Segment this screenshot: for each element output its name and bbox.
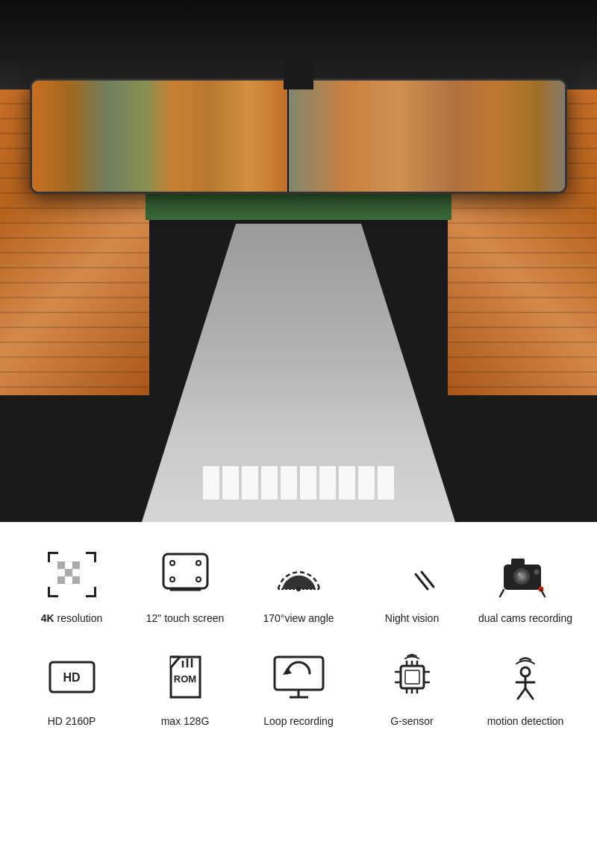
mirror-right-camera-feed bbox=[289, 81, 565, 192]
feature-view-angle: 170°view angle bbox=[246, 544, 351, 625]
svg-rect-21 bbox=[217, 119, 236, 145]
feature-storage-label: max 128G bbox=[161, 714, 210, 728]
svg-rect-96 bbox=[511, 559, 525, 566]
svg-rect-5 bbox=[68, 92, 77, 100]
svg-point-46 bbox=[344, 108, 388, 140]
svg-rect-73 bbox=[65, 562, 72, 569]
svg-rect-43 bbox=[510, 107, 520, 115]
svg-line-130 bbox=[525, 688, 533, 699]
svg-rect-50 bbox=[425, 157, 428, 166]
svg-rect-114 bbox=[405, 670, 419, 684]
loop-icon bbox=[269, 647, 328, 707]
svg-rect-27 bbox=[289, 85, 355, 192]
svg-rect-45 bbox=[539, 107, 549, 115]
svg-rect-40 bbox=[510, 94, 520, 102]
svg-point-99 bbox=[534, 570, 539, 574]
nightvision-icon bbox=[382, 544, 442, 604]
svg-rect-10 bbox=[53, 117, 62, 125]
svg-rect-77 bbox=[72, 569, 80, 576]
svg-rect-41 bbox=[525, 94, 535, 102]
feature-loop-label: Loop recording bbox=[263, 714, 333, 728]
svg-rect-51 bbox=[425, 144, 428, 151]
svg-point-85 bbox=[170, 577, 175, 582]
svg-rect-67 bbox=[94, 552, 96, 562]
svg-rect-11 bbox=[231, 90, 287, 192]
features-row-1: 4K resolution 12" touch screen bbox=[15, 544, 582, 625]
feature-storage: ROM max 128G bbox=[133, 647, 237, 728]
svg-rect-54 bbox=[366, 157, 394, 175]
feature-gsensor-label: G-sensor bbox=[390, 714, 434, 728]
svg-rect-63 bbox=[504, 161, 507, 170]
hd-icon: HD bbox=[42, 647, 101, 707]
svg-point-47 bbox=[467, 108, 508, 137]
feature-night-vision-label: Night vision bbox=[385, 611, 439, 625]
svg-point-58 bbox=[402, 124, 407, 128]
svg-rect-37 bbox=[293, 116, 303, 124]
svg-rect-2 bbox=[32, 87, 91, 192]
svg-rect-71 bbox=[86, 595, 96, 597]
svg-rect-35 bbox=[322, 103, 332, 111]
dualcam-icon bbox=[496, 544, 555, 604]
svg-line-129 bbox=[518, 688, 525, 699]
svg-rect-13 bbox=[252, 95, 261, 103]
feature-4k-label: 4K resolution bbox=[41, 611, 103, 625]
svg-marker-15 bbox=[91, 127, 228, 192]
svg-rect-29 bbox=[293, 90, 303, 98]
svg-point-97 bbox=[518, 573, 521, 576]
feature-motion-detection: motion detection bbox=[473, 647, 578, 728]
svg-rect-79 bbox=[65, 576, 72, 584]
svg-rect-23 bbox=[187, 149, 210, 164]
svg-point-84 bbox=[196, 561, 201, 565]
svg-rect-42 bbox=[539, 94, 549, 102]
svg-rect-80 bbox=[72, 576, 80, 584]
svg-rect-34 bbox=[307, 103, 317, 111]
svg-rect-38 bbox=[307, 116, 317, 124]
svg-rect-81 bbox=[163, 554, 207, 588]
feature-angle-label: 170°view angle bbox=[263, 611, 334, 625]
feature-4k-resolution: 4K resolution bbox=[19, 544, 124, 625]
svg-marker-112 bbox=[283, 667, 292, 675]
svg-marker-16 bbox=[91, 127, 228, 192]
svg-rect-28 bbox=[289, 85, 329, 192]
svg-text:HD: HD bbox=[63, 671, 80, 684]
motion-icon bbox=[496, 647, 555, 707]
svg-line-101 bbox=[500, 590, 504, 597]
svg-rect-31 bbox=[322, 90, 332, 98]
svg-rect-20 bbox=[90, 119, 134, 149]
svg-rect-30 bbox=[307, 90, 317, 98]
4k-icon bbox=[42, 544, 101, 604]
svg-rect-14 bbox=[267, 95, 276, 103]
feature-hd-label: HD 2160P bbox=[48, 714, 96, 728]
svg-rect-74 bbox=[72, 562, 80, 569]
svg-rect-17 bbox=[156, 168, 162, 183]
feature-hd: HD HD 2160P bbox=[19, 647, 124, 728]
feature-night-vision: Night vision bbox=[360, 544, 464, 625]
feature-gsensor: G-sensor bbox=[360, 647, 464, 728]
svg-rect-52 bbox=[357, 182, 504, 186]
svg-rect-56 bbox=[403, 119, 407, 133]
svg-rect-69 bbox=[48, 595, 58, 597]
svg-rect-1 bbox=[32, 87, 91, 192]
right-cam-display bbox=[289, 81, 565, 192]
crosswalk bbox=[187, 466, 410, 500]
svg-rect-36 bbox=[337, 103, 347, 111]
angle-icon bbox=[269, 544, 328, 604]
svg-rect-53 bbox=[357, 187, 504, 191]
svg-rect-78 bbox=[57, 576, 65, 584]
svg-rect-22 bbox=[99, 153, 125, 169]
feature-touchscreen: 12" touch screen bbox=[133, 544, 237, 625]
feature-loop-recording: Loop recording bbox=[246, 647, 351, 728]
svg-point-126 bbox=[521, 667, 530, 676]
svg-point-125 bbox=[410, 654, 413, 657]
svg-point-83 bbox=[170, 561, 175, 565]
rom-icon: ROM bbox=[155, 647, 215, 707]
svg-rect-72 bbox=[57, 562, 65, 569]
mirror-left-camera-feed bbox=[32, 81, 287, 192]
svg-point-86 bbox=[196, 577, 201, 582]
features-row-2: HD HD 2160P ROM bbox=[15, 647, 582, 728]
svg-rect-33 bbox=[293, 103, 303, 111]
svg-rect-61 bbox=[497, 162, 500, 171]
svg-rect-113 bbox=[401, 666, 424, 688]
svg-point-59 bbox=[402, 129, 407, 133]
gsensor-icon bbox=[382, 647, 442, 707]
